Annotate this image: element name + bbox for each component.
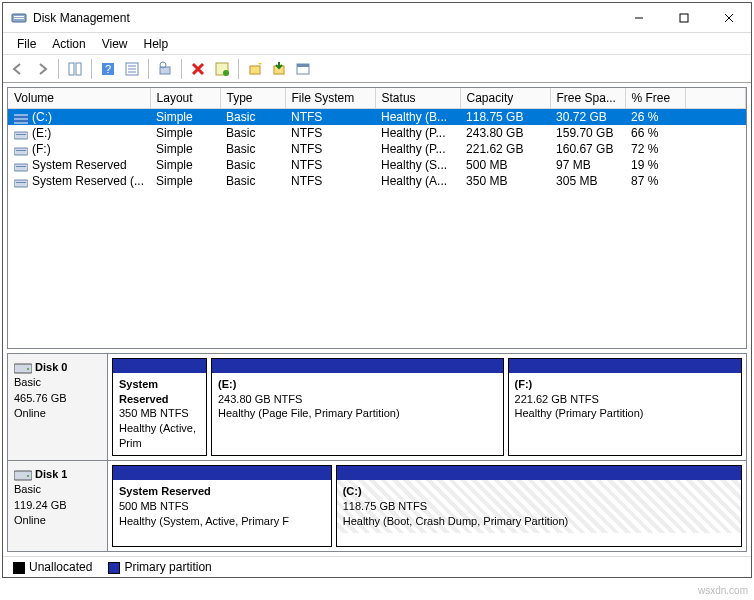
- partition[interactable]: System Reserved500 MB NTFSHealthy (Syste…: [112, 465, 332, 547]
- column-header[interactable]: Free Spa...: [550, 88, 625, 109]
- menu-file[interactable]: File: [9, 35, 44, 53]
- partition-body: System Reserved350 MB NTFSHealthy (Activ…: [113, 373, 206, 455]
- column-header[interactable]: Volume: [8, 88, 150, 109]
- partition-container: System Reserved350 MB NTFSHealthy (Activ…: [108, 354, 746, 460]
- minimize-button[interactable]: [616, 4, 661, 32]
- partition[interactable]: (C:)118.75 GB NTFSHealthy (Boot, Crash D…: [336, 465, 742, 547]
- drive-icon: [14, 129, 28, 139]
- drive-icon: [14, 177, 28, 187]
- show-hide-tree-button[interactable]: [64, 58, 86, 80]
- svg-rect-4: [680, 14, 688, 22]
- disk-management-window: Disk Management File Action View Help ? …: [2, 2, 752, 578]
- partition-header: [212, 359, 503, 373]
- unallocated-swatch: [13, 562, 25, 574]
- separator: [181, 59, 182, 79]
- svg-rect-39: [14, 471, 32, 480]
- window-title: Disk Management: [33, 11, 616, 25]
- partition-container: System Reserved500 MB NTFSHealthy (Syste…: [108, 461, 746, 551]
- legend-primary: Primary partition: [124, 560, 211, 574]
- svg-rect-29: [14, 132, 28, 139]
- svg-rect-30: [16, 134, 26, 135]
- svg-rect-2: [14, 18, 24, 19]
- partition[interactable]: (F:)221.62 GB NTFSHealthy (Primary Parti…: [508, 358, 742, 456]
- forward-button[interactable]: [31, 58, 53, 80]
- partition[interactable]: System Reserved350 MB NTFSHealthy (Activ…: [112, 358, 207, 456]
- column-header[interactable]: File System: [285, 88, 375, 109]
- svg-rect-37: [14, 364, 32, 373]
- menubar: File Action View Help: [3, 33, 751, 55]
- svg-rect-7: [69, 63, 74, 75]
- svg-rect-36: [16, 182, 26, 183]
- legend: Unallocated Primary partition: [3, 556, 751, 577]
- table-row[interactable]: (C:)SimpleBasicNTFSHealthy (B...118.75 G…: [8, 109, 746, 126]
- disk-row[interactable]: Disk 0Basic465.76 GBOnlineSystem Reserve…: [8, 354, 746, 461]
- new-volume-button[interactable]: [244, 58, 266, 80]
- partition-body: System Reserved500 MB NTFSHealthy (Syste…: [113, 480, 331, 533]
- svg-rect-34: [16, 166, 26, 167]
- partition-header: [509, 359, 741, 373]
- drive-icon: [14, 113, 28, 123]
- svg-rect-31: [14, 148, 28, 155]
- menu-view[interactable]: View: [94, 35, 136, 53]
- content-area: VolumeLayoutTypeFile SystemStatusCapacit…: [3, 83, 751, 577]
- svg-point-20: [223, 70, 229, 76]
- svg-rect-28: [14, 122, 28, 124]
- volume-table: VolumeLayoutTypeFile SystemStatusCapacit…: [8, 88, 746, 189]
- svg-rect-1: [14, 16, 24, 17]
- partition-body: (C:)118.75 GB NTFSHealthy (Boot, Crash D…: [337, 480, 741, 533]
- partition[interactable]: (E:)243.80 GB NTFSHealthy (Page File, Pr…: [211, 358, 504, 456]
- svg-point-38: [27, 368, 29, 370]
- separator: [148, 59, 149, 79]
- separator: [238, 59, 239, 79]
- settings-button[interactable]: [292, 58, 314, 80]
- table-row[interactable]: System ReservedSimpleBasicNTFSHealthy (S…: [8, 157, 746, 173]
- legend-unallocated: Unallocated: [29, 560, 92, 574]
- back-button[interactable]: [7, 58, 29, 80]
- column-header[interactable]: Layout: [150, 88, 220, 109]
- svg-point-40: [27, 475, 29, 477]
- disk-icon: [14, 362, 32, 374]
- separator: [91, 59, 92, 79]
- action-button[interactable]: [211, 58, 233, 80]
- svg-rect-33: [14, 164, 28, 171]
- disk-label[interactable]: Disk 0Basic465.76 GBOnline: [8, 354, 108, 460]
- column-header[interactable]: % Free: [625, 88, 685, 109]
- help-button[interactable]: ?: [97, 58, 119, 80]
- menu-action[interactable]: Action: [44, 35, 93, 53]
- menu-help[interactable]: Help: [136, 35, 177, 53]
- disk-icon: [14, 469, 32, 481]
- table-row[interactable]: (E:)SimpleBasicNTFSHealthy (P...243.80 G…: [8, 125, 746, 141]
- table-row[interactable]: System Reserved (...SimpleBasicNTFSHealt…: [8, 173, 746, 189]
- svg-rect-35: [14, 180, 28, 187]
- svg-rect-32: [16, 150, 26, 151]
- app-icon: [11, 10, 27, 26]
- disk-row[interactable]: Disk 1Basic119.24 GBOnlineSystem Reserve…: [8, 461, 746, 551]
- properties-button[interactable]: [154, 58, 176, 80]
- partition-header: [113, 359, 206, 373]
- disk-label[interactable]: Disk 1Basic119.24 GBOnline: [8, 461, 108, 551]
- partition-header: [337, 466, 741, 480]
- titlebar[interactable]: Disk Management: [3, 3, 751, 33]
- attach-vhd-button[interactable]: [268, 58, 290, 80]
- volume-list[interactable]: VolumeLayoutTypeFile SystemStatusCapacit…: [7, 87, 747, 349]
- svg-rect-27: [14, 118, 28, 120]
- disk-graphical-view: Disk 0Basic465.76 GBOnlineSystem Reserve…: [7, 353, 747, 552]
- primary-swatch: [108, 562, 120, 574]
- maximize-button[interactable]: [661, 4, 706, 32]
- column-header[interactable]: Status: [375, 88, 460, 109]
- svg-rect-24: [297, 64, 309, 67]
- svg-rect-21: [250, 66, 260, 74]
- svg-rect-8: [76, 63, 81, 75]
- refresh-button[interactable]: [121, 58, 143, 80]
- separator: [58, 59, 59, 79]
- partition-body: (F:)221.62 GB NTFSHealthy (Primary Parti…: [509, 373, 741, 426]
- close-button[interactable]: [706, 4, 751, 32]
- drive-icon: [14, 161, 28, 171]
- partition-header: [113, 466, 331, 480]
- drive-icon: [14, 145, 28, 155]
- column-header[interactable]: Capacity: [460, 88, 550, 109]
- column-header[interactable]: Type: [220, 88, 285, 109]
- delete-button[interactable]: [187, 58, 209, 80]
- table-row[interactable]: (F:)SimpleBasicNTFSHealthy (P...221.62 G…: [8, 141, 746, 157]
- svg-rect-26: [14, 114, 28, 116]
